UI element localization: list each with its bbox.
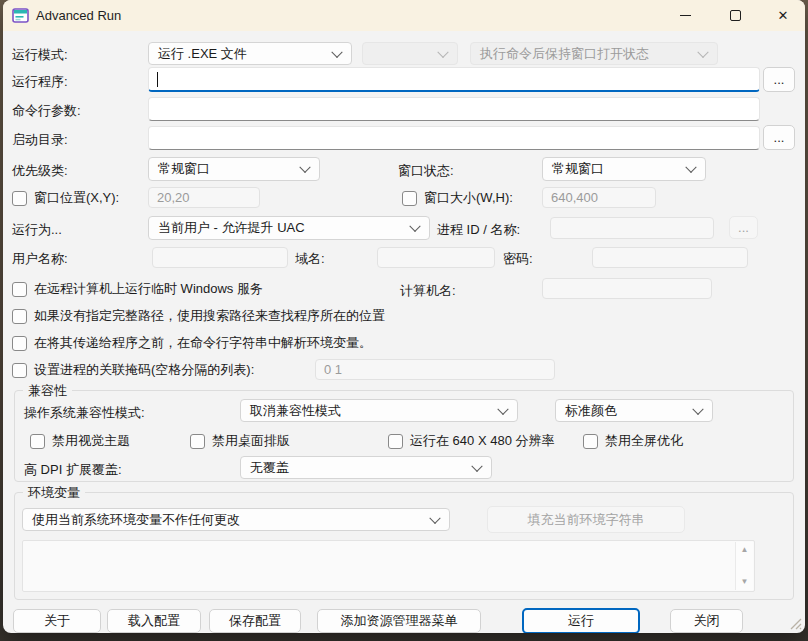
about-button[interactable]: 关于 xyxy=(13,609,101,633)
scroll-up-icon[interactable]: ▲ xyxy=(741,542,749,558)
affinity-value: 0 1 xyxy=(324,362,342,377)
run-mode-sub-select xyxy=(362,42,458,65)
run-mode-select[interactable]: 运行 .EXE 文件 xyxy=(148,42,352,65)
window-state-value: 常规窗口 xyxy=(552,160,604,178)
window-pos-value: 20,20 xyxy=(157,190,190,205)
password-label: 密码: xyxy=(503,250,533,268)
process-id-browse-button: ... xyxy=(729,216,758,239)
user-name-label: 用户名称: xyxy=(12,250,68,268)
scroll-down-icon[interactable]: ▼ xyxy=(741,574,749,590)
disable-themes-label: 禁用视觉主题 xyxy=(52,432,130,450)
disable-fullscreen-opt-label: 禁用全屏优化 xyxy=(605,432,683,450)
os-compat-value: 取消兼容性模式 xyxy=(250,402,341,420)
color-mode-value: 标准颜色 xyxy=(565,402,617,420)
save-config-button[interactable]: 保存配置 xyxy=(209,609,301,633)
load-config-button[interactable]: 载入配置 xyxy=(107,609,201,633)
window-state-label: 窗口状态: xyxy=(398,162,454,180)
cmd-args-input[interactable] xyxy=(148,97,760,121)
dpi-override-select[interactable]: 无覆盖 xyxy=(240,456,492,479)
affinity-checkbox[interactable]: 设置进程的关联掩码(空格分隔的列表): xyxy=(12,361,254,379)
titlebar[interactable]: Advanced Run ✕ xyxy=(3,0,805,31)
dpi-override-value: 无覆盖 xyxy=(250,459,289,477)
checkbox-icon xyxy=(12,282,27,297)
disable-composition-label: 禁用桌面排版 xyxy=(212,432,290,450)
remote-service-label: 在远程计算机上运行临时 Windows 服务 xyxy=(34,280,263,298)
os-compat-select[interactable]: 取消兼容性模式 xyxy=(240,399,518,422)
chevron-down-icon xyxy=(685,162,696,173)
run-as-value: 当前用户 - 允许提升 UAC xyxy=(158,219,305,237)
compatibility-group-title: 兼容性 xyxy=(23,382,72,400)
chevron-down-icon xyxy=(437,46,448,57)
run-as-select[interactable]: 当前用户 - 允许提升 UAC xyxy=(148,216,430,240)
priority-select[interactable]: 常规窗口 xyxy=(148,157,320,181)
add-explorer-menu-button[interactable]: 添加资源管理器菜单 xyxy=(317,609,481,633)
chevron-down-icon xyxy=(409,221,420,232)
checkbox-icon xyxy=(12,191,27,206)
app-icon xyxy=(12,7,29,24)
process-id-input xyxy=(550,217,714,239)
affinity-label: 设置进程的关联掩码(空格分隔的列表): xyxy=(34,361,254,379)
checkbox-icon xyxy=(12,309,27,324)
window-size-checkbox[interactable]: 窗口大小(W,H): xyxy=(402,189,513,207)
chevron-down-icon xyxy=(299,162,310,173)
chevron-down-icon xyxy=(497,403,508,414)
resize-grip[interactable] xyxy=(789,617,802,630)
checkbox-icon xyxy=(30,434,45,449)
priority-value: 常规窗口 xyxy=(158,160,210,178)
window-pos-checkbox[interactable]: 窗口位置(X,Y): xyxy=(12,189,119,207)
process-id-label: 进程 ID / 名称: xyxy=(437,221,520,239)
remote-service-checkbox[interactable]: 在远程计算机上运行临时 Windows 服务 xyxy=(12,280,263,298)
start-dir-browse-button[interactable]: ... xyxy=(763,125,795,150)
user-name-input xyxy=(152,247,288,268)
minimize-icon xyxy=(680,15,691,16)
maximize-button[interactable] xyxy=(712,0,758,31)
run-button[interactable]: 运行 xyxy=(522,608,640,633)
close-button[interactable]: ✕ xyxy=(760,0,805,31)
computer-name-label: 计算机名: xyxy=(400,282,456,300)
domain-input xyxy=(377,247,495,268)
run-mode-value: 运行 .EXE 文件 xyxy=(158,45,247,63)
window-size-label: 窗口大小(W,H): xyxy=(424,189,513,207)
run-mode-label: 运行模式: xyxy=(12,46,68,64)
chevron-down-icon xyxy=(697,46,708,57)
advanced-run-window: Advanced Run ✕ 运行模式: 运行 .EXE 文件 执行命令后保持窗… xyxy=(3,0,805,633)
priority-label: 优先级类: xyxy=(12,162,68,180)
program-label: 运行程序: xyxy=(12,73,68,91)
disable-fullscreen-opt-checkbox[interactable]: 禁用全屏优化 xyxy=(583,432,683,450)
search-path-checkbox[interactable]: 如果没有指定完整路径，使用搜索路径来查找程序所在的位置 xyxy=(12,307,385,325)
checkbox-icon xyxy=(388,434,403,449)
computer-name-input xyxy=(542,278,712,299)
program-input[interactable] xyxy=(148,67,760,92)
color-mode-select[interactable]: 标准颜色 xyxy=(555,399,713,422)
program-browse-button[interactable]: ... xyxy=(763,67,795,92)
chevron-down-icon xyxy=(692,403,703,414)
chevron-down-icon xyxy=(331,46,342,57)
close-icon: ✕ xyxy=(778,8,789,23)
env-scrollbar[interactable]: ▲ ▼ xyxy=(735,542,753,590)
minimize-button[interactable] xyxy=(662,0,708,31)
close-dialog-button[interactable]: 关闭 xyxy=(670,609,743,633)
password-input xyxy=(592,247,748,268)
disable-composition-checkbox[interactable]: 禁用桌面排版 xyxy=(190,432,290,450)
chevron-down-icon xyxy=(471,460,482,471)
window-size-value: 640,400 xyxy=(551,190,598,205)
checkbox-icon xyxy=(12,336,27,351)
run-640-checkbox[interactable]: 运行在 640 X 480 分辨率 xyxy=(388,432,555,450)
window-size-input: 640,400 xyxy=(542,187,656,208)
window-state-select[interactable]: 常规窗口 xyxy=(542,157,706,181)
start-dir-input[interactable] xyxy=(148,126,760,150)
env-mode-select[interactable]: 使用当前系统环境变量不作任何更改 xyxy=(22,508,450,531)
disable-themes-checkbox[interactable]: 禁用视觉主题 xyxy=(30,432,130,450)
checkbox-icon xyxy=(583,434,598,449)
cmd-args-label: 命令行参数: xyxy=(12,102,81,120)
window-pos-label: 窗口位置(X,Y): xyxy=(34,189,119,207)
affinity-input: 0 1 xyxy=(315,359,555,380)
start-dir-label: 启动目录: xyxy=(12,131,68,149)
maximize-icon xyxy=(730,10,741,21)
env-text-area[interactable]: ▲ ▼ xyxy=(22,540,755,592)
parse-env-checkbox[interactable]: 在将其传递给程序之前，在命令行字符串中解析环境变量。 xyxy=(12,334,372,352)
run-640-label: 运行在 640 X 480 分辨率 xyxy=(410,432,555,450)
fill-env-button: 填充当前环境字符串 xyxy=(487,506,685,533)
chevron-down-icon xyxy=(429,512,440,523)
window-pos-input: 20,20 xyxy=(148,187,260,208)
